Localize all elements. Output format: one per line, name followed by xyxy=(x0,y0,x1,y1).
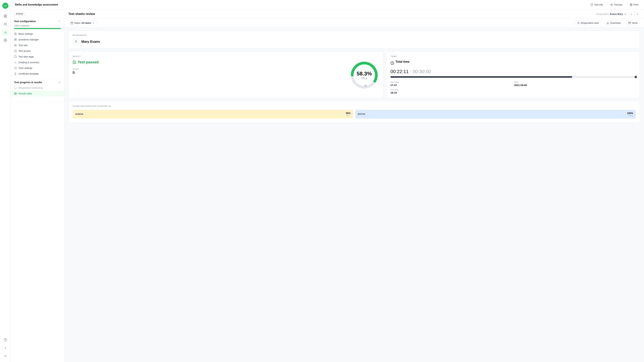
nav-label-test-start-page: Test start page xyxy=(18,55,34,58)
next-respondent-button[interactable] xyxy=(634,12,640,17)
sidebar-icon-help[interactable] xyxy=(2,336,9,343)
timer-clock-icon xyxy=(390,61,394,65)
grade-info: Test passed Grade D xyxy=(72,60,99,74)
topbar: Skills and knowledge assessment Test inf… xyxy=(11,0,644,10)
sidebar-icon-dashboard[interactable] xyxy=(2,13,9,20)
configuration-section-header[interactable]: Test configuration xyxy=(11,18,64,24)
score-label-text: SCORE PER QUESTION CATEGORY xyxy=(72,105,108,107)
nav-label-respondent-monitoring: Respondent monitoring xyxy=(18,86,43,89)
panel-title: Test sheets review xyxy=(68,12,95,16)
svg-rect-15 xyxy=(630,5,632,6)
category-pts-maths: 2/2 p. xyxy=(627,114,633,116)
content-body: RESPONDENT Mary Evans RESULT xyxy=(64,27,644,126)
toolbar: Dates All dates Respondent view Download xyxy=(64,19,644,27)
progress-bar-fill xyxy=(14,28,61,29)
respondent-full-name: Mary Evans xyxy=(81,40,100,44)
nav-item-respondent-monitoring[interactable]: Respondent monitoring xyxy=(11,85,64,91)
dates-chevron-icon xyxy=(92,22,94,24)
category-bar-human: HUMAN 50% 1/2 p. xyxy=(72,110,353,118)
nav-label-time-settings: Time settings xyxy=(18,67,32,70)
respondent-view-label: Respondent view xyxy=(581,22,599,24)
download-icon xyxy=(606,22,609,24)
nav-item-basic-settings[interactable]: Basic settings xyxy=(11,31,64,37)
test-info-button[interactable]: Test info xyxy=(589,2,604,7)
nav-label-questions-manager: Questions manager xyxy=(18,38,39,41)
end-time-label: End time xyxy=(390,88,512,91)
nav-item-questions-manager[interactable]: Questions manager xyxy=(11,37,64,42)
send-button[interactable]: Send xyxy=(626,20,640,26)
elapsed-time: 00:22:11 xyxy=(390,69,409,74)
award-icon xyxy=(14,72,17,75)
nav-label-results-table: Results table xyxy=(18,92,32,95)
respondent-section-label: RESPONDENT xyxy=(72,34,636,36)
nav-item-certificate-template[interactable]: Certificate template xyxy=(11,71,64,77)
time-separator: / xyxy=(410,69,412,74)
svg-rect-18 xyxy=(16,38,16,40)
section-divider xyxy=(11,78,64,78)
svg-marker-21 xyxy=(14,44,16,45)
category-score-maths: 100% 2/2 p. xyxy=(627,112,633,116)
preview-button[interactable]: Preview xyxy=(608,2,624,7)
svg-rect-31 xyxy=(14,92,16,94)
bar-chart-icon xyxy=(14,61,17,64)
category-pct-maths: 100% xyxy=(627,112,633,114)
time-display: 00:22:11 / 00:30:00 xyxy=(390,69,636,74)
sidebar-icon-back[interactable] xyxy=(2,344,9,351)
respondent-card: RESPONDENT Mary Evans xyxy=(68,31,640,48)
download-label: Download xyxy=(610,22,620,24)
prev-respondent-button[interactable] xyxy=(628,12,634,17)
category-pct-human: 50% xyxy=(346,112,350,114)
svg-rect-3 xyxy=(4,16,5,18)
user-icon xyxy=(577,22,580,24)
timer-icon-row: Total time xyxy=(390,60,636,66)
timer-section-label: TIMER xyxy=(390,55,636,57)
svg-point-8 xyxy=(5,40,6,41)
nav-item-grading-summary[interactable]: Grading & summary xyxy=(11,60,64,65)
left-panel: ENDED Test configuration 100% completed … xyxy=(11,10,64,362)
timer-card: TIMER Total time 00:22:11 / 00:30:00 xyxy=(386,51,640,98)
sidebar-icon-settings[interactable] xyxy=(2,37,9,44)
svg-rect-17 xyxy=(14,38,15,40)
dates-label: Dates xyxy=(74,22,80,24)
check-square-icon xyxy=(72,60,76,64)
nav-item-time-settings[interactable]: Time settings xyxy=(11,65,64,71)
svg-rect-19 xyxy=(16,40,16,40)
print-button[interactable]: Print xyxy=(628,2,640,7)
progress-section-header[interactable]: Test progress & results xyxy=(11,80,64,85)
result-status-text: Test passed xyxy=(78,60,99,64)
sidebar-icon-expand[interactable] xyxy=(2,352,9,359)
respondent-view-button[interactable]: Respondent view xyxy=(574,20,601,26)
panel-header-right: Respondent Evans Mary xyxy=(596,12,640,17)
donut-center: 58.3% 7/12 p. xyxy=(357,71,372,80)
nav-item-test-start-page[interactable]: Test start page xyxy=(11,54,64,60)
total-time-label: Total time xyxy=(396,60,410,64)
status-badge: ENDED xyxy=(14,12,25,16)
avatar-user-icon xyxy=(74,40,78,43)
table-icon xyxy=(14,92,17,95)
time-progress-fill xyxy=(390,76,572,78)
nav-item-test-access[interactable]: Test access xyxy=(11,48,64,54)
grade-label: Grade xyxy=(72,68,99,70)
result-row: RESULT Test passed Grade D xyxy=(68,51,640,98)
category-name-maths: MATHS xyxy=(358,113,365,115)
print-label: Print xyxy=(634,3,638,6)
nav-item-results-table[interactable]: Results table xyxy=(11,91,64,96)
end-time-item: End time 18:10 xyxy=(390,88,512,94)
panel-header: Test sheets review Respondent Evans Mary xyxy=(64,10,644,19)
nav-item-test-sets[interactable]: Test sets xyxy=(11,42,64,48)
sidebar-icon-analytics[interactable] xyxy=(2,29,9,36)
sidebar-icon-users[interactable] xyxy=(2,21,9,28)
download-button[interactable]: Download xyxy=(604,20,623,26)
category-bars: HUMAN 50% 1/2 p. MATHS 100% 2/2 p. xyxy=(72,110,636,118)
grid-icon xyxy=(14,38,17,41)
configuration-title: Test configuration xyxy=(14,20,36,23)
date-selector[interactable]: Dates All dates xyxy=(68,20,97,26)
date-item: Date 2021-09-06 xyxy=(514,81,636,86)
progress-bar xyxy=(14,28,61,29)
file-icon xyxy=(14,55,17,58)
svg-rect-1 xyxy=(6,15,6,16)
category-score-human: 50% 1/2 p. xyxy=(346,112,350,116)
respondent-info: Mary Evans xyxy=(72,38,636,45)
test-info-label: Test info xyxy=(594,3,603,6)
chevron-down-icon xyxy=(58,81,61,84)
